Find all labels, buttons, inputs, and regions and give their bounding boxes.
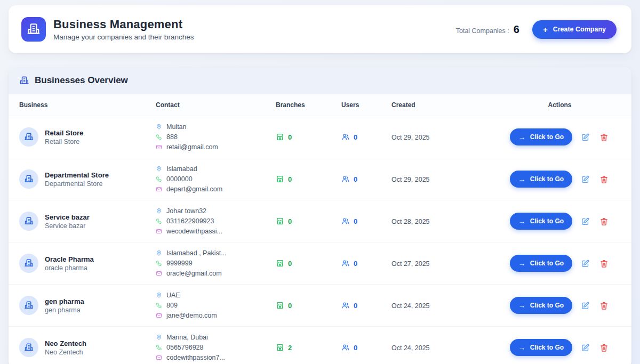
email-text: oracle@gmail.com bbox=[166, 270, 222, 277]
storefront-icon bbox=[276, 175, 284, 183]
table-row: Departmental Store Departmental Store Is… bbox=[9, 158, 631, 200]
business-app-icon bbox=[21, 17, 46, 42]
phone-text: 9999999 bbox=[166, 260, 193, 267]
arrow-right-icon: → bbox=[518, 218, 525, 225]
branches-count: 0 bbox=[288, 260, 292, 268]
created-date: Oct 28, 2025 bbox=[391, 218, 430, 225]
phone-icon bbox=[156, 260, 162, 266]
contact-location: Islamabad , Pakist... bbox=[156, 249, 263, 257]
users-icon bbox=[341, 217, 350, 225]
table-row: gen pharma gen pharma UAE 809 jane@demo.… bbox=[9, 285, 631, 327]
users-count: 0 bbox=[354, 175, 357, 183]
business-subname: Neo Zentech bbox=[45, 349, 86, 356]
edit-icon bbox=[581, 217, 590, 226]
delete-button[interactable] bbox=[598, 216, 610, 227]
business-avatar bbox=[19, 212, 38, 231]
delete-button[interactable] bbox=[598, 300, 610, 311]
map-pin-icon bbox=[156, 250, 162, 256]
users-count: 0 bbox=[354, 133, 357, 141]
click-to-go-button[interactable]: → Click to Go bbox=[510, 171, 572, 188]
contact-cell: Marina, Dubai 0565796928 codewithpassion… bbox=[156, 334, 263, 361]
mail-icon bbox=[156, 228, 162, 234]
users-icon bbox=[341, 259, 350, 268]
business-names: Neo Zentech Neo Zentech bbox=[45, 339, 86, 356]
click-to-go-button[interactable]: → Click to Go bbox=[510, 213, 572, 230]
business-cell: gen pharma gen pharma bbox=[15, 296, 143, 315]
phone-text: 0311622909923 bbox=[166, 217, 214, 225]
branches-count: 2 bbox=[288, 344, 292, 352]
users-cell: 0 bbox=[341, 217, 379, 225]
edit-button[interactable] bbox=[580, 132, 591, 143]
click-to-go-label: Click to Go bbox=[530, 344, 564, 351]
building-icon bbox=[24, 258, 34, 268]
email-text: wecodewithpassi... bbox=[166, 228, 222, 235]
arrow-right-icon: → bbox=[518, 134, 525, 141]
business-name: Neo Zentech bbox=[45, 339, 86, 347]
actions-cell: → Click to Go bbox=[494, 297, 625, 314]
phone-text: 809 bbox=[166, 302, 178, 309]
building-icon bbox=[24, 301, 34, 310]
contact-location: Multan bbox=[156, 123, 263, 131]
branches-cell: 0 bbox=[276, 301, 329, 310]
create-company-button[interactable]: + Create Company bbox=[532, 20, 617, 39]
created-date: Oct 29, 2025 bbox=[391, 134, 430, 141]
created-date: Oct 24, 2025 bbox=[391, 302, 430, 310]
delete-button[interactable] bbox=[598, 174, 610, 185]
users-cell: 0 bbox=[341, 301, 379, 310]
building-icon bbox=[24, 216, 34, 226]
click-to-go-label: Click to Go bbox=[530, 133, 564, 141]
click-to-go-button[interactable]: → Click to Go bbox=[510, 255, 572, 272]
edit-icon bbox=[581, 301, 590, 310]
map-pin-icon bbox=[156, 334, 162, 341]
column-header-branches: Branches bbox=[269, 94, 335, 116]
building-icon bbox=[24, 132, 34, 142]
users-count: 0 bbox=[354, 302, 357, 310]
phone-icon bbox=[156, 176, 162, 182]
branches-cell: 0 bbox=[276, 133, 329, 141]
business-name: gen pharma bbox=[45, 297, 84, 305]
location-text: UAE bbox=[166, 292, 180, 299]
users-count: 0 bbox=[354, 344, 357, 352]
mail-icon bbox=[156, 186, 162, 192]
storefront-icon bbox=[276, 133, 284, 141]
storefront-icon bbox=[276, 343, 284, 352]
created-date: Oct 29, 2025 bbox=[391, 176, 430, 183]
edit-button[interactable] bbox=[580, 258, 591, 269]
trash-icon bbox=[599, 133, 609, 142]
column-header-contact: Contact bbox=[149, 94, 269, 116]
edit-icon bbox=[581, 133, 590, 142]
branches-cell: 0 bbox=[276, 175, 329, 183]
click-to-go-button[interactable]: → Click to Go bbox=[510, 128, 572, 145]
map-pin-icon bbox=[156, 292, 162, 298]
businesses-overview-card: Businesses Overview Business Contact Bra… bbox=[9, 67, 631, 364]
edit-icon bbox=[581, 343, 590, 352]
business-cell: Retail Store Retail Store bbox=[15, 127, 143, 147]
business-avatar bbox=[19, 169, 38, 189]
mail-icon bbox=[156, 144, 162, 150]
delete-button[interactable] bbox=[598, 132, 610, 143]
mail-icon bbox=[156, 354, 162, 361]
click-to-go-label: Click to Go bbox=[530, 175, 564, 183]
business-subname: gen pharma bbox=[45, 306, 84, 314]
click-to-go-button[interactable]: → Click to Go bbox=[510, 339, 572, 356]
business-names: Oracle Pharma oracle pharma bbox=[45, 255, 94, 272]
edit-button[interactable] bbox=[580, 342, 591, 353]
business-avatar bbox=[19, 127, 38, 147]
contact-cell: Johar town32 0311622909923 wecodewithpas… bbox=[156, 207, 263, 235]
edit-button[interactable] bbox=[580, 300, 591, 311]
delete-button[interactable] bbox=[598, 258, 610, 269]
click-to-go-button[interactable]: → Click to Go bbox=[510, 297, 572, 314]
contact-email: oracle@gmail.com bbox=[156, 270, 263, 277]
edit-button[interactable] bbox=[580, 174, 591, 185]
location-text: Islamabad bbox=[166, 165, 197, 173]
phone-icon bbox=[156, 218, 162, 224]
contact-location: Marina, Dubai bbox=[156, 334, 263, 341]
page-subtitle: Manage your companies and their branches bbox=[53, 33, 194, 41]
phone-text: 888 bbox=[166, 133, 178, 141]
contact-email: retail@gmail.com bbox=[156, 143, 263, 151]
edit-button[interactable] bbox=[580, 216, 591, 227]
delete-button[interactable] bbox=[598, 342, 610, 353]
business-avatar bbox=[19, 296, 38, 315]
contact-email: codewithpassion7... bbox=[156, 354, 263, 361]
branches-count: 0 bbox=[288, 175, 292, 183]
